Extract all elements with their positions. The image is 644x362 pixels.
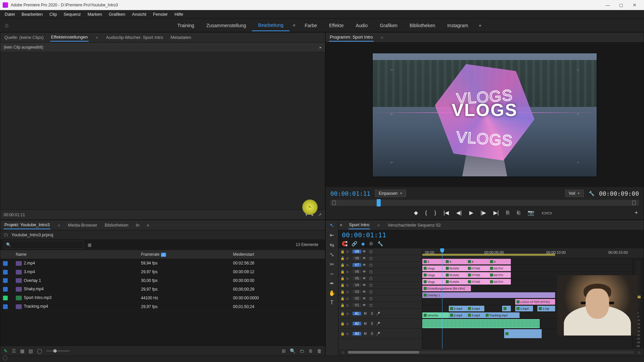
step-forward-icon[interactable]: |▶ [481,209,486,216]
toggle-output-icon[interactable]: 👁 [363,263,368,267]
time-ruler[interactable]: 00:00 00:00:05:00 00:00:10:00 00:00:15:0… [422,248,644,258]
settings-wrench-icon[interactable]: 🔧 [589,191,594,196]
track-select-tool-icon[interactable]: ⇤ [330,232,334,238]
workspace-menu-icon[interactable]: ≡ [289,20,299,31]
tab-in[interactable]: In [135,221,140,229]
linked-selection-icon[interactable]: 🔗 [352,241,357,246]
lock-icon[interactable]: 🔒 [340,283,345,287]
toggle-sync-icon[interactable]: ▢ [369,303,375,307]
window-minimize[interactable]: — [601,2,614,8]
clip[interactable] [422,319,540,328]
solo-button[interactable]: S [369,332,375,336]
project-item-row[interactable]: Tracking.mp4 29,97 fps 00;01;50;24 [0,302,325,311]
track-target[interactable]: V4 [353,283,361,287]
track-target[interactable]: A1 [353,312,361,315]
lock-icon[interactable]: 🔒 [340,263,345,267]
program-tab-menu-icon[interactable]: ≡ [380,36,384,40]
toggle-sync-icon[interactable]: ▢ [369,250,375,253]
toggle-sync-icon[interactable]: ▢ [369,270,375,274]
menu-fenster[interactable]: Fenster [150,10,171,18]
sequence-tab-1[interactable]: Sport Intro [348,221,370,229]
freeform-view-icon[interactable]: ▧ [29,348,33,354]
track-target[interactable]: A2 [353,322,361,325]
track-lane[interactable]: XXXX [422,258,644,265]
wrench-icon[interactable]: 🔧 [377,241,383,246]
scrubber-out-handle[interactable] [632,200,636,205]
audio-track-header[interactable]: 🔒⎋A1MS🎤 [338,309,422,319]
sync-icon[interactable]: ⎋ [346,277,351,280]
workspace-overflow-icon[interactable]: » [474,20,486,31]
clip[interactable]: X [444,259,467,264]
play-icon[interactable]: ▶ [469,209,473,216]
hscroll-thumb[interactable] [348,351,420,354]
timeline-timecode[interactable]: 00:00:01:11 [338,230,644,241]
lock-icon[interactable]: 🔒 [340,297,345,300]
audio-track-header[interactable]: 🔒⎋A2MS🎤 [338,319,422,329]
sync-icon[interactable]: ⎋ [346,263,351,267]
rate-stretch-tool-icon[interactable]: ⤡ [330,251,334,258]
new-bin-icon[interactable]: ▦ [88,242,92,247]
voice-record-icon[interactable]: 🎤 [376,312,381,315]
export-frame-icon[interactable]: 📷 [528,209,534,216]
menu-datei[interactable]: Datei [1,10,18,18]
toggle-sync-icon[interactable]: ▢ [369,290,375,294]
workspace-instagram[interactable]: Instagram [441,20,474,31]
freeform-icon[interactable]: ✎ [4,348,8,354]
sync-icon[interactable]: ⎋ [346,303,351,307]
clip[interactable]: Verscha [422,312,449,318]
tab-audio-mixer[interactable]: Audioclip-Mischer: Sport Intro [105,34,164,41]
toggle-output-icon[interactable]: 👁 [363,256,368,260]
video-track-header[interactable]: 🔒⎋V7👁▢ [338,262,422,268]
tab-project[interactable]: Projekt: Youtube_Intro3 [4,221,50,229]
lock-icon[interactable]: 🔒 [340,277,345,280]
workspace-bearbeitung[interactable]: Bearbeitung [252,20,289,31]
project-item-row[interactable]: Shaky.mp4 29,97 fps 00;00;00;29 [0,285,325,294]
new-item-icon[interactable]: 🗎 [308,348,313,354]
toggle-output-icon[interactable]: 👁 [363,303,368,307]
selection-tool-icon[interactable]: ↖ [330,222,334,229]
track-target[interactable]: V8 [353,256,361,260]
toggle-sync-icon[interactable]: ▢ [369,263,375,267]
mark-in-icon[interactable]: { [425,210,427,216]
sync-icon[interactable]: ⎋ [346,290,351,294]
mute-button[interactable]: M [363,332,368,336]
clip[interactable]: 1.mp [537,306,555,311]
clip[interactable]: RUNNI [444,272,467,278]
video-track-header[interactable]: 🔒⎋V1👁▢ [338,302,422,309]
menu-ansicht[interactable]: Ansicht [128,10,150,18]
seq-tab-menu-icon[interactable]: ≡ [376,223,381,227]
lock-icon[interactable]: 🔒 [340,250,345,253]
lock-icon[interactable]: 🔒 [340,332,345,336]
clip[interactable]: Vlogs [422,272,444,278]
tab-libraries[interactable]: Bibliotheken [104,221,129,229]
zoom-in-handle[interactable]: ○ [638,350,640,355]
col-medienstart[interactable]: Medienstart [230,250,325,259]
menu-grafiken[interactable]: Grafiken [105,10,128,18]
col-framerate[interactable]: Framerate▲ [138,250,230,259]
toggle-output-icon[interactable]: 👁 [363,277,368,280]
mute-button[interactable]: M [363,312,368,315]
clip[interactable]: RUNNI [444,265,467,271]
clip[interactable]: Einstellungsebene [89.43%] [422,286,471,291]
zoom-fit-dropdown[interactable]: Einpassen ▼ [375,190,406,197]
toggle-output-icon[interactable]: 👁 [363,290,368,294]
project-search-input[interactable]: 🔍 [4,241,84,249]
col-name[interactable]: Name [13,250,138,259]
toggle-sync-icon[interactable]: ▢ [369,297,375,300]
sync-icon[interactable]: ⎋ [346,332,351,336]
project-item-row[interactable]: Overlay 1 30,00 fps 00:00:00:00 [0,276,325,285]
menu-hilfe[interactable]: Hilfe [171,10,186,18]
clip[interactable]: 2.mp4 [449,306,467,311]
clip[interactable]: Vlogs [422,279,444,285]
tab-media-browser[interactable]: Media-Browser [67,221,98,229]
sort-icon[interactable]: ◯ [37,348,42,354]
sync-icon[interactable]: ⎋ [346,256,351,260]
toggle-output-icon[interactable]: 👁 [363,250,368,253]
lock-icon[interactable]: 🔒 [340,303,345,307]
toggle-output-icon[interactable]: 👁 [363,270,368,274]
workspace-bibliotheken[interactable]: Bibliotheken [404,20,441,31]
clip[interactable]: FITNE [467,265,489,271]
razor-tool-icon[interactable]: ✂ [330,261,334,267]
list-view-icon[interactable]: ☰ [12,348,16,354]
track-target[interactable]: V7 [353,263,361,267]
